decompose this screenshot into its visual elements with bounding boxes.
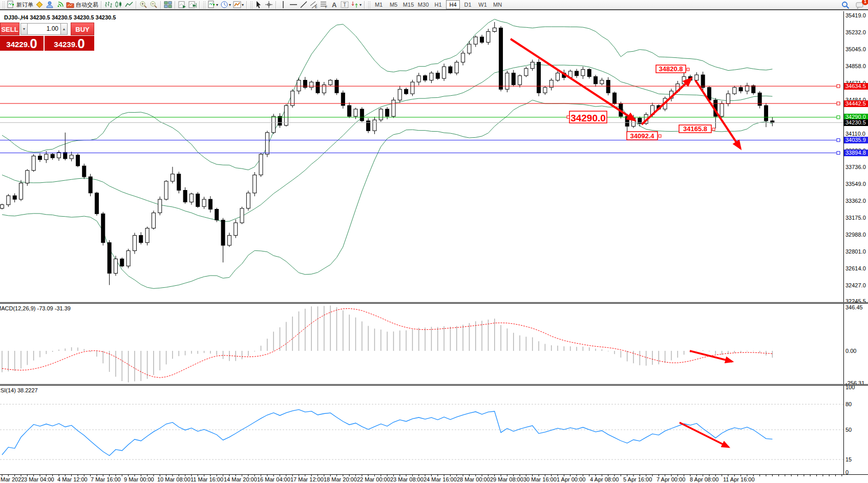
price-tick: 32801.0 bbox=[845, 248, 866, 255]
candle bbox=[348, 106, 351, 116]
macd-tick: 0.00 bbox=[845, 348, 856, 354]
candle bbox=[581, 70, 585, 76]
toolbar-grip[interactable] bbox=[203, 1, 205, 8]
zoom-in-button[interactable] bbox=[138, 0, 149, 9]
svg-text:F: F bbox=[325, 5, 327, 9]
period-icon bbox=[220, 1, 228, 9]
market-watch-button[interactable] bbox=[34, 0, 45, 9]
candle bbox=[89, 177, 92, 193]
bollinger-middle bbox=[2, 64, 772, 222]
timeframe-button-m30[interactable]: M30 bbox=[416, 0, 430, 9]
toolbar-grip[interactable] bbox=[2, 1, 5, 8]
buy-button[interactable]: BUY bbox=[71, 23, 94, 35]
timeframe-button-h1[interactable]: H1 bbox=[431, 0, 445, 9]
candle bbox=[720, 103, 724, 116]
candle bbox=[360, 109, 364, 121]
svg-text:A: A bbox=[332, 1, 337, 9]
vertical-line-button[interactable] bbox=[278, 0, 288, 9]
horizontal-line-button[interactable] bbox=[288, 0, 299, 9]
auto-trading-button[interactable]: 自动交易 bbox=[65, 0, 99, 9]
rsi-tick: 50 bbox=[845, 427, 852, 433]
rsi-canvas[interactable] bbox=[0, 386, 843, 474]
trendline-button[interactable] bbox=[299, 0, 309, 9]
timeframe-button-m15[interactable]: M15 bbox=[401, 0, 415, 9]
template-button[interactable]: ▾ bbox=[232, 0, 245, 9]
text-button[interactable]: A bbox=[329, 0, 340, 9]
candle bbox=[606, 80, 610, 93]
search-button[interactable] bbox=[840, 1, 851, 10]
candle bbox=[461, 53, 465, 62]
rsi-label: RSI(14) 38.2227 bbox=[0, 387, 38, 393]
price-tick: 34858.0 bbox=[845, 63, 866, 69]
time-label: 23 Mar 08:00 bbox=[390, 476, 424, 482]
time-label: 22 Mar 00:00 bbox=[357, 476, 390, 482]
candle bbox=[120, 259, 124, 266]
candle bbox=[499, 28, 503, 90]
candle bbox=[7, 196, 10, 205]
volume-decrease-button[interactable]: ▼ bbox=[20, 23, 28, 35]
candle bbox=[278, 116, 282, 125]
toolbar-button-label: 自动交易 bbox=[76, 1, 98, 9]
candle bbox=[177, 174, 181, 191]
sell-price[interactable]: 34229.0 bbox=[0, 36, 44, 51]
timeframe-button-m5[interactable]: M5 bbox=[387, 0, 400, 9]
buy-price-pip: 0 bbox=[77, 37, 84, 50]
candle bbox=[556, 73, 560, 80]
toolbar-grip[interactable] bbox=[250, 1, 252, 8]
timeframe-button-m1[interactable]: M1 bbox=[372, 0, 386, 9]
line-chart-button[interactable] bbox=[124, 0, 134, 9]
notification-badge: 1 bbox=[862, 0, 868, 5]
volume-input[interactable]: 1.00 bbox=[27, 23, 61, 35]
tile-windows-button[interactable] bbox=[163, 0, 173, 9]
period-button[interactable]: ▾ bbox=[219, 0, 232, 9]
candle bbox=[587, 70, 591, 77]
volume-increase-button[interactable]: ▲ bbox=[60, 23, 68, 35]
time-label: 30 Mar 16:00 bbox=[523, 476, 557, 482]
candle bbox=[505, 73, 509, 90]
candle bbox=[196, 194, 200, 207]
price-line-label: 34442.5 bbox=[844, 100, 868, 107]
candlestick-chart-button[interactable] bbox=[114, 0, 124, 9]
new-order-button[interactable]: 新订单 bbox=[6, 0, 34, 9]
candle bbox=[51, 154, 54, 158]
time-label: 16 Mar 04:00 bbox=[257, 476, 290, 482]
top-toolbar: 新订单自动交易▾▾▾EFAT▾M1M5M15M30H1H4D1W1MN1 bbox=[0, 0, 868, 10]
candle bbox=[152, 213, 155, 228]
candle bbox=[158, 199, 162, 213]
price-line-label: 34634.5 bbox=[844, 83, 868, 90]
toolbar-grip[interactable] bbox=[368, 1, 370, 8]
time-label: 7 Mar 16:00 bbox=[91, 476, 121, 482]
sell-button[interactable]: SELL bbox=[0, 23, 19, 35]
price-chart-canvas[interactable]: 34820.834290.034092.434165.8 bbox=[0, 11, 843, 302]
zoom-out-button[interactable] bbox=[149, 0, 159, 9]
cursor-button[interactable] bbox=[253, 0, 264, 9]
candle bbox=[13, 196, 16, 199]
equidistant-channel-button[interactable]: E bbox=[309, 0, 319, 9]
timeframe-button-mn[interactable]: MN bbox=[491, 0, 504, 9]
timeframe-button-d1[interactable]: D1 bbox=[461, 0, 475, 9]
bar-chart-button[interactable] bbox=[103, 0, 114, 9]
toolbar-separator bbox=[136, 1, 137, 9]
arrows-shapes-button[interactable]: ▾ bbox=[350, 0, 363, 9]
time-label: 28 Mar 00:00 bbox=[457, 476, 490, 482]
rsi-tick: 80 bbox=[845, 401, 852, 407]
macd-canvas[interactable] bbox=[0, 304, 843, 384]
text-label-button[interactable]: T bbox=[340, 0, 350, 9]
candle bbox=[493, 28, 496, 32]
time-label: 1 Apr 00:00 bbox=[557, 476, 585, 482]
notifications-button[interactable]: 1 bbox=[855, 1, 865, 10]
chart-shift-button[interactable] bbox=[187, 0, 198, 9]
candle bbox=[442, 67, 446, 78]
auto-scroll-button[interactable] bbox=[177, 0, 187, 9]
price-tick: 34110.0 bbox=[845, 131, 865, 137]
symbol-ohlc-title: DJ30-,H4 34230.5 34230.5 34230.5 34230.5 bbox=[4, 14, 116, 20]
fibonacci-button[interactable]: F bbox=[319, 0, 329, 9]
timeframe-button-h4[interactable]: H4 bbox=[446, 0, 460, 9]
buy-price[interactable]: 34239.0 bbox=[45, 36, 94, 51]
timeframe-button-w1[interactable]: W1 bbox=[476, 0, 490, 9]
profile-button[interactable] bbox=[45, 0, 55, 9]
crosshair-button[interactable] bbox=[264, 0, 274, 9]
new-chart-button[interactable]: ▾ bbox=[206, 0, 219, 9]
candle bbox=[253, 175, 257, 193]
signals-button[interactable] bbox=[55, 0, 65, 9]
